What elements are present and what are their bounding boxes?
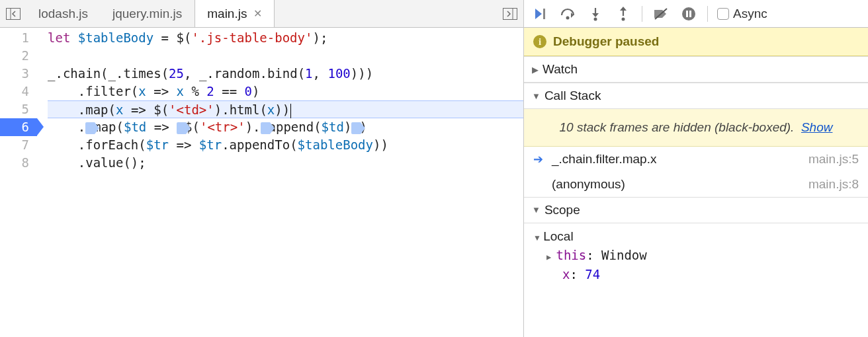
- current-frame-arrow-icon: ➔: [533, 152, 545, 167]
- watch-section-header[interactable]: ▶ Watch: [524, 56, 868, 83]
- scope-section-header[interactable]: ▼ Scope: [524, 197, 868, 223]
- svg-point-9: [594, 17, 597, 20]
- inline-step-marker[interactable]: [177, 122, 186, 134]
- tab-lodash[interactable]: lodash.js: [26, 0, 101, 27]
- async-checkbox[interactable]: Async: [717, 7, 767, 21]
- line-gutter: 1 2 3 4 5 6 7 8: [0, 28, 37, 337]
- scope-variable-x[interactable]: x: 74: [533, 265, 859, 284]
- debugger-toolbar: Async: [524, 0, 868, 28]
- tab-jquery[interactable]: jquery.min.js: [101, 0, 195, 27]
- execution-line: .map(x => $('<td>').html(x)): [48, 100, 523, 118]
- stack-frame-source[interactable]: main.js:8: [808, 177, 859, 192]
- inline-step-marker[interactable]: [351, 122, 361, 134]
- scope-local[interactable]: ▼ Local: [533, 227, 859, 246]
- inline-step-marker[interactable]: [261, 122, 270, 134]
- svg-point-12: [622, 17, 625, 20]
- checkbox-icon: [717, 8, 729, 20]
- step-out-button[interactable]: [614, 5, 632, 23]
- show-hidden-frames-link[interactable]: Show: [801, 120, 833, 134]
- info-icon: i: [533, 35, 546, 48]
- scope-this[interactable]: ▶ this: Window: [533, 246, 859, 265]
- inline-step-marker[interactable]: [85, 122, 95, 134]
- svg-point-6: [566, 16, 570, 19]
- svg-marker-11: [620, 7, 627, 11]
- svg-point-14: [682, 7, 695, 20]
- chevron-down-icon: ▼: [532, 91, 541, 101]
- editor-tabbar: lodash.js jquery.min.js main.js ✕: [0, 0, 523, 28]
- hidden-frames-message: 10 stack frames are hidden (black-boxed)…: [524, 109, 868, 147]
- code-area[interactable]: let $tableBody = $('.js-table-body'); _.…: [37, 28, 523, 337]
- chevron-right-icon: ▶: [532, 65, 539, 75]
- svg-rect-16: [689, 11, 691, 17]
- stack-frame[interactable]: (anonymous) main.js:8: [524, 172, 868, 197]
- step-over-button[interactable]: [558, 5, 577, 23]
- chevron-down-icon: ▼: [532, 205, 541, 215]
- scope-body: ▼ Local ▶ this: Window x: 74: [524, 223, 868, 291]
- resume-button[interactable]: [531, 5, 549, 23]
- toggle-details-button[interactable]: [497, 0, 523, 27]
- callstack-section-header[interactable]: ▼ Call Stack: [524, 83, 868, 109]
- tab-main[interactable]: main.js ✕: [195, 0, 275, 27]
- deactivate-breakpoints-button[interactable]: [652, 5, 670, 23]
- debugger-paused-banner: i Debugger paused: [524, 28, 868, 56]
- source-editor[interactable]: 1 2 3 4 5 6 7 8 let $tableBody = $('.js-…: [0, 28, 523, 337]
- svg-rect-4: [543, 9, 545, 19]
- svg-rect-15: [686, 11, 688, 17]
- chevron-down-icon: ▼: [533, 233, 543, 243]
- breakpoint-marker[interactable]: 6: [0, 118, 37, 136]
- stack-frame-source[interactable]: main.js:5: [808, 152, 859, 167]
- svg-marker-8: [592, 13, 599, 17]
- pause-on-exceptions-button[interactable]: [679, 5, 698, 23]
- stack-frame[interactable]: ➔ _.chain.filter.map.x main.js:5: [524, 147, 868, 172]
- toggle-navigator-button[interactable]: [0, 0, 26, 27]
- step-into-button[interactable]: [586, 5, 605, 23]
- close-tab-icon[interactable]: ✕: [253, 7, 262, 20]
- chevron-right-icon: ▶: [546, 252, 556, 262]
